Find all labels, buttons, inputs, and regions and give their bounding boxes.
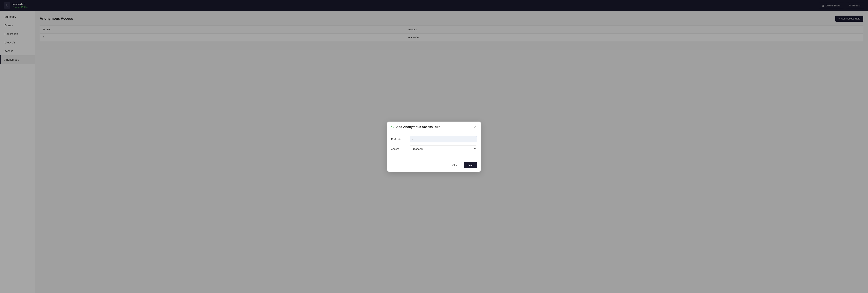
clear-button[interactable]: Clear — [448, 162, 462, 168]
modal-title: Add Anonymous Access Rule — [396, 125, 440, 129]
modal-overlay[interactable]: 🛡 Add Anonymous Access Rule ✕ Prefix ⓘ A… — [0, 0, 868, 293]
modal-footer: Clear Save — [387, 159, 481, 172]
modal-close-button[interactable]: ✕ — [474, 125, 477, 129]
prefix-form-row: Prefix ⓘ — [391, 136, 477, 142]
modal-body: Prefix ⓘ Access readonlyreadwritewriteon… — [387, 132, 481, 159]
access-label-text: Access — [391, 147, 399, 150]
save-button[interactable]: Save — [464, 162, 477, 168]
access-form-row: Access readonlyreadwritewriteonly — [391, 146, 477, 152]
modal-header: 🛡 Add Anonymous Access Rule ✕ — [387, 122, 481, 132]
clear-label: Clear — [452, 164, 458, 167]
save-label: Save — [467, 164, 473, 167]
add-anonymous-rule-modal: 🛡 Add Anonymous Access Rule ✕ Prefix ⓘ A… — [387, 122, 481, 172]
prefix-label: Prefix ⓘ — [391, 138, 407, 141]
modal-title-row: 🛡 Add Anonymous Access Rule — [391, 125, 440, 129]
prefix-input[interactable] — [410, 136, 477, 142]
access-label: Access — [391, 147, 407, 150]
prefix-label-text: Prefix — [391, 138, 398, 141]
help-icon[interactable]: ⓘ — [398, 138, 401, 141]
access-select[interactable]: readonlyreadwritewriteonly — [410, 146, 477, 152]
shield-icon: 🛡 — [391, 125, 395, 129]
